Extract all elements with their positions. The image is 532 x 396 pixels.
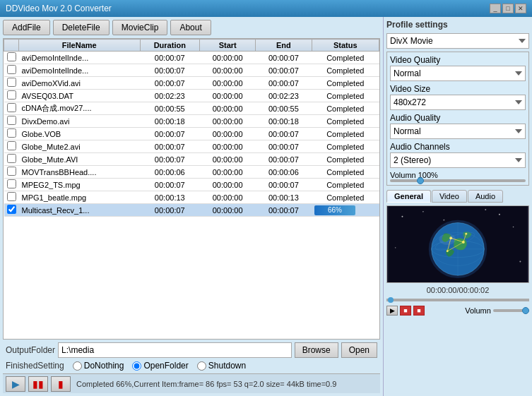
start-cell: 00:00:00 bbox=[200, 52, 256, 64]
video-quality-select[interactable]: NormalHighLow bbox=[390, 66, 526, 81]
col-header-end: End bbox=[256, 40, 312, 52]
video-quality-row: Video Quality NormalHighLow bbox=[390, 55, 526, 81]
status-cell: Completed bbox=[312, 140, 379, 153]
preview-progress-slider[interactable] bbox=[386, 299, 529, 301]
row-checkbox[interactable] bbox=[7, 192, 16, 201]
row-checkbox[interactable] bbox=[7, 52, 16, 61]
row-checkbox[interactable] bbox=[7, 205, 16, 214]
svg-point-6 bbox=[485, 209, 486, 210]
maximize-button[interactable]: □ bbox=[502, 4, 514, 13]
row-checkbox[interactable] bbox=[7, 103, 16, 112]
output-folder-input[interactable] bbox=[58, 342, 292, 358]
volume-slider-track[interactable] bbox=[390, 179, 526, 182]
stop-button2[interactable]: ▮ bbox=[51, 376, 71, 392]
end-cell: 00:00:07 bbox=[256, 128, 312, 140]
end-cell: 00:00:07 bbox=[256, 204, 312, 217]
video-size-select[interactable]: 480x272320x240640x4801280x720 bbox=[390, 95, 526, 110]
duration-cell: 00:00:07 bbox=[140, 52, 200, 64]
duration-cell: 00:02:23 bbox=[140, 90, 200, 102]
file-name-cell: aviDemoXVid.avi bbox=[19, 77, 141, 90]
table-row[interactable]: aviDemoXVid.avi00:00:0700:00:0000:00:07C… bbox=[4, 77, 379, 90]
about-button[interactable]: About bbox=[170, 20, 211, 35]
row-checkbox[interactable] bbox=[7, 167, 16, 176]
tab-video[interactable]: Video bbox=[432, 190, 467, 203]
preview-pause-button[interactable]: ■ bbox=[413, 306, 425, 316]
table-row[interactable]: Globe.VOB00:00:0700:00:0000:00:07Complet… bbox=[4, 128, 379, 140]
table-row[interactable]: Multicast_Recv_1...00:00:0700:00:0000:00… bbox=[4, 204, 379, 217]
audio-channels-row: Audio Channels 2 (Stereo)1 (Mono)6 (5.1) bbox=[390, 142, 526, 168]
toolbar: AddFile DeleteFile MovieClip About bbox=[3, 20, 380, 35]
table-row[interactable]: DivxDemo.avi00:00:1800:00:0000:00:18Comp… bbox=[4, 115, 379, 128]
profile-settings-label: Profile settings bbox=[386, 20, 529, 30]
window-controls: _ □ ✕ bbox=[490, 4, 526, 13]
play-button[interactable]: ▶ bbox=[6, 376, 25, 392]
movie-clip-button[interactable]: MovieClip bbox=[112, 20, 168, 35]
table-row[interactable]: MPEG2_TS.mpg00:00:0700:00:0000:00:07Comp… bbox=[4, 179, 379, 191]
status-cell: Completed bbox=[312, 102, 379, 115]
profile-select[interactable]: DivX MovieAVIMP4MOVWMV bbox=[386, 33, 529, 49]
table-row[interactable]: MOVTransBBHead....00:00:0600:00:0000:00:… bbox=[4, 166, 379, 179]
open-button[interactable]: Open bbox=[341, 342, 377, 358]
table-row[interactable]: aviDemoIntelInde...00:00:0700:00:0000:00… bbox=[4, 64, 379, 77]
row-checkbox[interactable] bbox=[7, 90, 16, 100]
end-cell: 00:00:07 bbox=[256, 52, 312, 64]
row-checkbox[interactable] bbox=[7, 141, 16, 150]
preview-play-button[interactable]: ▶ bbox=[386, 306, 398, 316]
audio-quality-select[interactable]: NormalHighLow bbox=[390, 124, 526, 139]
row-checkbox[interactable] bbox=[7, 78, 16, 87]
status-text: Completed 66%,Current Item:frame= 86 fps… bbox=[73, 378, 377, 390]
table-row[interactable]: AVSEQ03.DAT00:02:2300:00:0000:02:23Compl… bbox=[4, 90, 379, 102]
row-checkbox[interactable] bbox=[7, 65, 16, 74]
file-name-cell: Multicast_Recv_1... bbox=[19, 204, 141, 217]
stop-button[interactable]: ▮▮ bbox=[28, 376, 48, 392]
radio-shutdown[interactable]: Shutdown bbox=[197, 361, 246, 371]
finished-setting-label: FinishedSetting bbox=[6, 361, 64, 371]
volume-control-label: Volumn bbox=[465, 306, 491, 315]
minimize-button[interactable]: _ bbox=[490, 4, 501, 13]
end-cell: 00:00:07 bbox=[256, 153, 312, 166]
row-checkbox[interactable] bbox=[7, 116, 16, 125]
svg-point-25 bbox=[439, 234, 456, 245]
status-cell: Completed bbox=[312, 90, 379, 102]
volume-slider-thumb[interactable] bbox=[417, 177, 424, 184]
delete-file-button[interactable]: DeleteFile bbox=[53, 20, 110, 35]
preview-volume-slider[interactable] bbox=[493, 309, 529, 312]
row-checkbox[interactable] bbox=[7, 154, 16, 163]
file-list: FileName Duration Start End Status aviDe… bbox=[3, 38, 380, 340]
preview-control-row: ▶ ■ ■ Volumn bbox=[386, 306, 529, 316]
file-table: FileName Duration Start End Status aviDe… bbox=[4, 39, 379, 217]
file-name-cell: Globe_Mute.AVI bbox=[19, 153, 141, 166]
browse-button[interactable]: Browse bbox=[295, 342, 338, 358]
preview-stop-button[interactable]: ■ bbox=[400, 306, 411, 316]
window-title: DDVideo Mov 2.0 Converter bbox=[6, 4, 112, 13]
radio-open-folder[interactable]: OpenFolder bbox=[132, 361, 188, 371]
row-checkbox[interactable] bbox=[7, 179, 16, 188]
preview-area bbox=[386, 205, 529, 283]
svg-point-7 bbox=[395, 247, 396, 248]
end-cell: 00:00:07 bbox=[256, 77, 312, 90]
radio-do-nothing[interactable]: DoNothing bbox=[73, 361, 124, 371]
svg-point-23 bbox=[447, 250, 449, 252]
close-button[interactable]: ✕ bbox=[515, 4, 526, 13]
duration-cell: 00:00:13 bbox=[140, 191, 200, 204]
title-bar: DDVideo Mov 2.0 Converter _ □ ✕ bbox=[0, 0, 532, 17]
duration-cell: 00:00:06 bbox=[140, 166, 200, 179]
add-file-button[interactable]: AddFile bbox=[3, 20, 50, 35]
table-row[interactable]: cDNA合成.mov27....00:00:5500:00:0000:00:55… bbox=[4, 102, 379, 115]
file-name-cell: Globe.VOB bbox=[19, 128, 141, 140]
transport-bar: ▶ ▮▮ ▮ Completed 66%,Current Item:frame=… bbox=[3, 373, 380, 393]
file-name-cell: MPG1_beatle.mpg bbox=[19, 191, 141, 204]
audio-channels-select[interactable]: 2 (Stereo)1 (Mono)6 (5.1) bbox=[390, 152, 526, 168]
table-row[interactable]: Globe_Mute2.avi00:00:0700:00:0000:00:07C… bbox=[4, 140, 379, 153]
start-cell: 00:00:00 bbox=[200, 179, 256, 191]
end-cell: 00:00:07 bbox=[256, 179, 312, 191]
table-row[interactable]: aviDemoIntelInde...00:00:0700:00:0000:00… bbox=[4, 52, 379, 64]
tab-audio[interactable]: Audio bbox=[468, 190, 503, 203]
svg-point-3 bbox=[443, 220, 444, 221]
table-row[interactable]: Globe_Mute.AVI00:00:0700:00:0000:00:07Co… bbox=[4, 153, 379, 166]
duration-cell: 00:00:07 bbox=[140, 140, 200, 153]
table-row[interactable]: MPG1_beatle.mpg00:00:1300:00:0000:00:13C… bbox=[4, 191, 379, 204]
tab-general[interactable]: General bbox=[386, 190, 431, 203]
video-quality-label: Video Quality bbox=[390, 55, 526, 65]
row-checkbox[interactable] bbox=[7, 128, 16, 138]
